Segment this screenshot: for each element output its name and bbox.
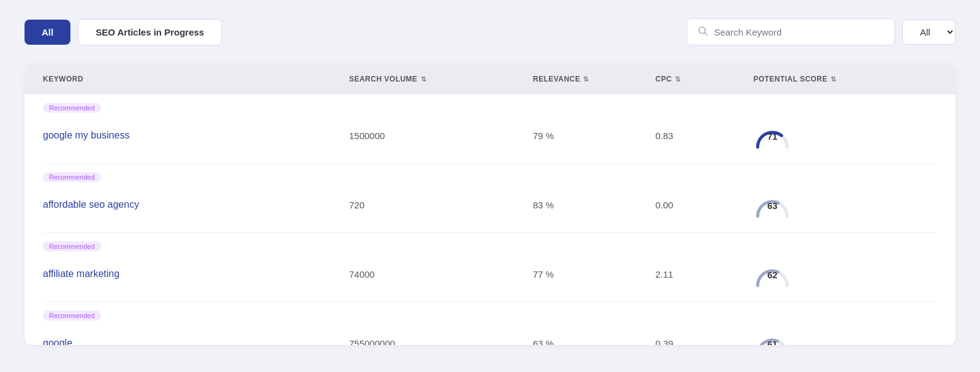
- search-box: [687, 18, 895, 45]
- recommended-badge: Recommended: [43, 172, 101, 182]
- data-row: google 755000000 63 % 0.39 61: [43, 324, 937, 345]
- relevance-cell: 83 %: [533, 200, 655, 210]
- score-value: 61: [767, 339, 778, 345]
- data-row: affiliate marketing 74000 77 % 2.11 62: [43, 255, 937, 293]
- score-gauge: 61: [753, 327, 791, 345]
- tab-all[interactable]: All: [24, 20, 70, 45]
- score-gauge: 71: [753, 119, 791, 152]
- cpc-cell: 0.39: [655, 338, 753, 346]
- cpc-cell: 2.11: [655, 269, 753, 279]
- keyword-cell[interactable]: affiliate marketing: [43, 268, 349, 279]
- search-volume-cell: 755000000: [349, 338, 533, 346]
- cpc-cell: 0.00: [655, 200, 753, 210]
- data-row: affordable seo agency 720 83 % 0.00 63: [43, 186, 937, 224]
- sort-icon-relevance: ⇅: [583, 75, 589, 83]
- relevance-cell: 79 %: [533, 131, 655, 141]
- score-cell: 62: [753, 257, 937, 290]
- svg-line-1: [704, 32, 707, 35]
- search-icon: [697, 25, 708, 39]
- table-row: Recommended google 755000000 63 % 0.39 6…: [43, 302, 937, 345]
- recommended-badge: Recommended: [43, 103, 101, 113]
- table-row: Recommended affordable seo agency 720 83…: [43, 164, 937, 233]
- score-value: 71: [767, 131, 778, 142]
- search-volume-cell: 720: [349, 200, 533, 210]
- relevance-cell: 63 %: [533, 338, 655, 346]
- relevance-cell: 77 %: [533, 269, 655, 279]
- data-row: google my business 1500000 79 % 0.83 71: [43, 116, 937, 154]
- search-volume-cell: 1500000: [349, 131, 533, 141]
- recommended-badge: Recommended: [43, 311, 101, 321]
- filter-dropdown[interactable]: All: [902, 20, 956, 45]
- table-row: Recommended google my business 1500000 7…: [43, 94, 937, 164]
- col-cpc[interactable]: CPC ⇅: [655, 75, 753, 83]
- sort-icon-search-volume: ⇅: [421, 75, 426, 83]
- keyword-cell[interactable]: affordable seo agency: [43, 199, 349, 210]
- tab-seo-progress[interactable]: SEO Articles in Progress: [78, 19, 222, 45]
- cpc-cell: 0.83: [655, 131, 753, 141]
- top-bar: All SEO Articles in Progress All: [24, 18, 956, 45]
- table-row: Recommended affiliate marketing 74000 77…: [43, 233, 937, 302]
- col-potential-score[interactable]: POTENTIAL SCORE ⇅: [753, 75, 937, 83]
- score-cell: 63: [753, 188, 937, 221]
- score-cell: 61: [753, 327, 937, 345]
- score-value: 62: [767, 270, 778, 280]
- sort-icon-potential-score: ⇅: [831, 75, 836, 83]
- score-gauge: 63: [753, 188, 791, 221]
- score-cell: 71: [753, 119, 937, 152]
- recommended-badge: Recommended: [43, 241, 101, 251]
- table-body: Recommended google my business 1500000 7…: [24, 94, 956, 345]
- search-volume-cell: 74000: [349, 269, 533, 279]
- search-input[interactable]: [714, 27, 884, 37]
- col-keyword: KEYWORD: [43, 75, 349, 83]
- sort-icon-cpc: ⇅: [675, 75, 680, 83]
- keyword-table: KEYWORD SEARCH VOLUME ⇅ RELEVANCE ⇅ CPC …: [24, 64, 956, 345]
- col-relevance[interactable]: RELEVANCE ⇅: [533, 75, 655, 83]
- keyword-cell[interactable]: google my business: [43, 130, 349, 141]
- keyword-cell[interactable]: google: [43, 338, 349, 345]
- table-header: KEYWORD SEARCH VOLUME ⇅ RELEVANCE ⇅ CPC …: [24, 64, 956, 94]
- col-search-volume[interactable]: SEARCH VOLUME ⇅: [349, 75, 533, 83]
- score-gauge: 62: [753, 257, 791, 290]
- score-value: 63: [767, 200, 778, 211]
